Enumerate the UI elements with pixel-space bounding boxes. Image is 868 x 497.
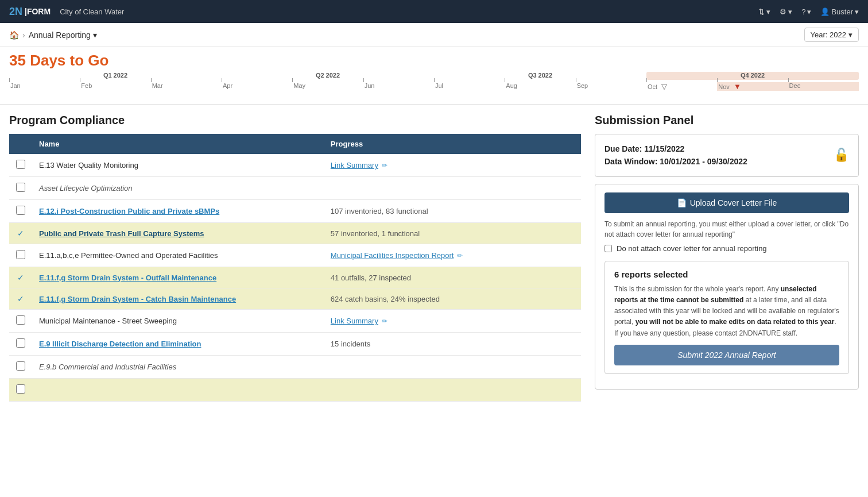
row-checkbox[interactable] (16, 338, 25, 348)
edit-icon[interactable]: ✏ (457, 252, 463, 260)
quarter-q4: Q4 2022 (646, 72, 859, 80)
row-progress-cell: Municipal Facilities Inspection Report✏ (324, 244, 581, 267)
due-date-info: Due Date: 11/15/2022 Data Window: 10/01/… (604, 142, 747, 168)
row-checked-icon[interactable]: ✓ (17, 294, 24, 303)
upload-file-icon: 📄 (677, 198, 687, 207)
month-dec: Dec (788, 82, 859, 91)
breadcrumb-separator: › (22, 30, 25, 40)
progress-text: 57 inventoried, 1 functional (331, 229, 420, 238)
col-name: Name (32, 134, 324, 154)
main-content: Program Compliance Name Progress E.13 Wa… (0, 105, 868, 411)
month-oct: Oct ▽ (646, 82, 717, 91)
progress-text: 15 incidents (331, 340, 370, 348)
home-button[interactable]: 🏠 (9, 30, 19, 40)
row-progress-cell: 624 catch basins, 24% inspected (324, 288, 581, 310)
row-checkbox[interactable] (16, 160, 25, 169)
edit-icon[interactable]: ✏ (382, 161, 388, 169)
row-name: E.13 Water Quality Monitoring (39, 161, 138, 169)
row-progress-cell: 15 incidents (324, 333, 581, 356)
row-checkbox[interactable] (16, 361, 25, 371)
row-progress-cell: 41 outfalls, 27 inspected (324, 267, 581, 288)
submission-panel-title: Submission Panel (595, 114, 859, 127)
link-summary[interactable]: Link Summary (331, 317, 378, 325)
row-name[interactable]: E.11.f,g Storm Drain System - Catch Basi… (39, 295, 236, 303)
upload-cover-letter-button[interactable]: 📄 Upload Cover Letter File (604, 192, 849, 213)
cover-letter-note: To submit an annual reporting, you must … (604, 219, 849, 240)
due-date-box: Due Date: 11/15/2022 Data Window: 10/01/… (595, 134, 859, 177)
no-cover-letter-checkbox[interactable] (604, 245, 612, 252)
help-button[interactable]: ? ▾ (801, 7, 811, 16)
program-compliance-title: Program Compliance (9, 114, 581, 127)
row-checked-icon[interactable]: ✓ (17, 273, 24, 282)
top-navigation: 2N |FORM City of Clean Water ⇅ ▾ ⚙ ▾ ? ▾… (0, 0, 868, 23)
settings-button[interactable]: ⚙ ▾ (780, 7, 792, 16)
row-name[interactable]: E.11.f,g Storm Drain System - Outfall Ma… (39, 273, 216, 282)
col-checkbox (9, 134, 32, 154)
left-panel: Program Compliance Name Progress E.13 Wa… (9, 114, 581, 402)
table-row: E.13 Water Quality MonitoringLink Summar… (9, 154, 581, 177)
table-row: E.9 Illicit Discharge Detection and Elim… (9, 333, 581, 356)
edit-icon[interactable]: ✏ (382, 317, 388, 325)
nav-left: 2N |FORM City of Clean Water (9, 6, 124, 18)
row-checkbox[interactable] (16, 183, 25, 192)
due-date-text: Due Date: 11/15/2022 (604, 142, 747, 155)
timeline-bar: Q1 2022 Q2 2022 Q3 2022 Q4 2022 Jan Feb … (9, 72, 859, 97)
row-checkbox[interactable] (16, 384, 25, 394)
quarter-q1: Q1 2022 (9, 72, 222, 80)
year-selector[interactable]: Year: 2022 ▾ (804, 28, 859, 42)
row-checkbox[interactable] (16, 315, 25, 325)
link-summary[interactable]: Municipal Facilities Inspection Report (331, 251, 454, 260)
month-sep: Sep (576, 82, 646, 91)
month-apr: Apr (222, 82, 292, 91)
table-row: E.11.a,b,c,e Permittee-Owned and Operate… (9, 244, 581, 267)
right-panel: Submission Panel Due Date: 11/15/2022 Da… (595, 114, 859, 402)
row-progress-cell (324, 379, 581, 402)
month-feb: Feb (80, 82, 150, 91)
nav-right: ⇅ ▾ ⚙ ▾ ? ▾ 👤 Buster ▾ (758, 7, 859, 16)
row-name[interactable]: E.12.i Post-Construction Public and Priv… (39, 207, 219, 215)
row-progress-cell: Link Summary✏ (324, 154, 581, 177)
reports-selected-box: 6 reports selected This is the submissio… (604, 261, 849, 374)
reports-description: This is the submission for the whole yea… (614, 284, 839, 339)
link-summary[interactable]: Link Summary (331, 161, 378, 169)
transfer-button[interactable]: ⇅ ▾ (758, 7, 770, 16)
days-to-go: 35 Days to Go (9, 52, 859, 70)
compliance-table-body: E.13 Water Quality MonitoringLink Summar… (9, 154, 581, 402)
month-jan: Jan (9, 82, 80, 91)
progress-text: 624 catch basins, 24% inspected (331, 295, 440, 303)
table-row: ✓E.11.f,g Storm Drain System - Catch Bas… (9, 288, 581, 310)
row-name: E.11.a,b,c,e Permittee-Owned and Operate… (39, 251, 218, 260)
breadcrumb-bar: 🏠 › Annual Reporting ▾ Year: 2022 ▾ (0, 23, 868, 47)
row-name[interactable]: E.9 Illicit Discharge Detection and Elim… (39, 340, 201, 348)
table-row: E.9.b Commercial and Industrial Faciliti… (9, 356, 581, 379)
timeline-months: Jan Feb Mar Apr May Jun Jul Aug (9, 82, 859, 91)
breadcrumb-dropdown-icon: ▾ (93, 30, 97, 40)
row-name: Municipal Maintenance - Street Sweeping (39, 317, 177, 325)
breadcrumb-current[interactable]: Annual Reporting ▾ (29, 30, 97, 40)
month-may: May (292, 82, 363, 91)
row-name[interactable]: Public and Private Trash Full Capture Sy… (39, 229, 204, 238)
quarter-q2: Q2 2022 (222, 72, 434, 80)
month-nov: Nov ▼ (717, 82, 788, 91)
timeline-section: 35 Days to Go Q1 2022 Q2 2022 Q3 2022 Q4… (0, 47, 868, 105)
app-logo: 2N |FORM (9, 6, 51, 18)
year-dropdown-icon: ▾ (848, 30, 852, 39)
table-row: ✓E.11.f,g Storm Drain System - Outfall M… (9, 267, 581, 288)
progress-text: 107 inventoried, 83 functional (331, 207, 428, 215)
row-checked-icon[interactable]: ✓ (17, 229, 24, 238)
table-row: ✓Public and Private Trash Full Capture S… (9, 223, 581, 244)
table-row: E.12.i Post-Construction Public and Priv… (9, 200, 581, 223)
row-progress-cell: 107 inventoried, 83 functional (324, 200, 581, 223)
breadcrumb: 🏠 › Annual Reporting ▾ (9, 30, 97, 40)
row-progress-cell: 57 inventoried, 1 functional (324, 223, 581, 244)
table-row: Asset Lifecycle Optimization (9, 177, 581, 200)
user-button[interactable]: 👤 Buster ▾ (820, 7, 859, 16)
submit-annual-report-button[interactable]: Submit 2022 Annual Report (614, 345, 839, 365)
row-progress-cell: Link Summary✏ (324, 310, 581, 333)
col-progress: Progress (324, 134, 581, 154)
progress-text: 41 outfalls, 27 inspected (331, 273, 411, 282)
row-checkbox[interactable] (16, 250, 25, 259)
org-name: City of Clean Water (60, 7, 124, 16)
month-mar: Mar (151, 82, 222, 91)
row-checkbox[interactable] (16, 206, 25, 215)
